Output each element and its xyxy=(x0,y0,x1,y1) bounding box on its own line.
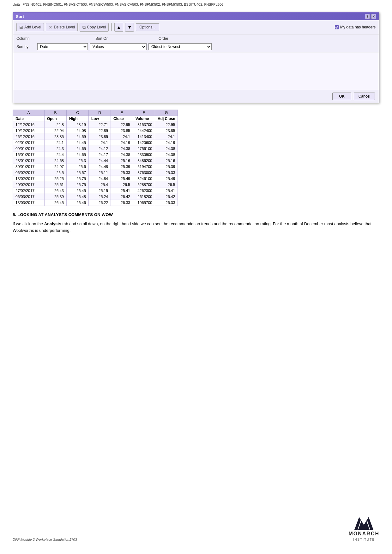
table-cell: 25.16 xyxy=(111,158,133,164)
move-up-button[interactable]: ▲ xyxy=(114,23,123,32)
table-cell: 24.3 xyxy=(45,146,67,152)
table-cell: 23.85 xyxy=(155,128,178,134)
table-cell: 25.33 xyxy=(155,170,178,176)
table-cell: 24.08 xyxy=(67,128,89,134)
delete-level-button[interactable]: ✕ Delete Level xyxy=(46,23,78,31)
table-cell: 24.97 xyxy=(45,164,67,170)
table-cell: 25.41 xyxy=(155,188,178,194)
order-select[interactable]: Oldest to Newest xyxy=(148,43,212,50)
table-cell: 3153700 xyxy=(133,122,155,128)
table-row: 30/01/201724.9725.624.4825.39519470025.3… xyxy=(13,164,178,170)
row-header-date: Date xyxy=(13,116,45,122)
table-cell: 26.43 xyxy=(45,188,67,194)
table-cell: 25.61 xyxy=(45,182,67,188)
col-header-a: A xyxy=(13,110,45,116)
column-header: Column xyxy=(16,36,95,41)
move-down-button[interactable]: ▼ xyxy=(125,23,134,32)
copy-level-button[interactable]: ⧉ Copy Level xyxy=(80,23,109,32)
row-header-high: High xyxy=(67,116,89,122)
table-cell: 26.5 xyxy=(155,182,178,188)
close-button[interactable]: ✕ xyxy=(371,14,376,19)
table-cell: 25.6 xyxy=(67,164,89,170)
help-button[interactable]: ? xyxy=(365,14,370,19)
spreadsheet-table: A B C D E F G Date Open High Low Close V… xyxy=(13,110,178,206)
table-cell: 26/12/2016 xyxy=(13,134,45,140)
table-cell: 26.33 xyxy=(111,200,133,206)
table-cell: 09/01/2017 xyxy=(13,146,45,152)
table-cell: 22.89 xyxy=(89,128,111,134)
section5-heading: 5. LOOKING AT ANALYSTS COMMENTS ON WOW xyxy=(13,212,379,217)
row-header-close: Close xyxy=(111,116,133,122)
table-cell: 2442400 xyxy=(133,128,155,134)
table-cell: 25.4 xyxy=(89,182,111,188)
table-cell: 25.24 xyxy=(89,194,111,200)
col-header-g: G xyxy=(155,110,178,116)
table-cell: 24.17 xyxy=(89,152,111,158)
options-button[interactable]: Options... xyxy=(136,23,159,31)
table-cell: 3486200 xyxy=(133,158,155,164)
table-cell: 24.65 xyxy=(67,146,89,152)
table-cell: 24.38 xyxy=(155,152,178,158)
table-cell: 24.48 xyxy=(89,164,111,170)
add-level-button[interactable]: ⊞ Add Level xyxy=(16,23,44,31)
sort-column-headers: Column Sort On Order xyxy=(13,34,379,41)
table-cell: 26.48 xyxy=(67,194,89,200)
table-cell: 25.39 xyxy=(155,164,178,170)
table-cell: 24.1 xyxy=(45,140,67,146)
table-cell: 24.38 xyxy=(155,146,178,152)
table-cell: 22.94 xyxy=(45,128,67,134)
options-label: Options... xyxy=(139,25,155,29)
table-cell: 1413400 xyxy=(133,134,155,140)
table-cell: 22.95 xyxy=(155,122,178,128)
table-cell: 25.16 xyxy=(155,158,178,164)
table-row: 16/01/201724.424.6524.1724.38233090024.3… xyxy=(13,152,178,158)
table-cell: 2330900 xyxy=(133,152,155,158)
table-cell: 22.8 xyxy=(45,122,67,128)
ok-button[interactable]: OK xyxy=(332,93,351,100)
my-data-headers-label: My data has headers xyxy=(340,25,376,29)
table-row: 19/12/201622.9424.0822.8923.85244240023.… xyxy=(13,128,178,134)
table-cell: 24.38 xyxy=(111,152,133,158)
table-cell: 13/02/2017 xyxy=(13,176,45,182)
body-text-after: tab and scroll down, on the right hand s… xyxy=(13,221,371,233)
table-row: 13/02/201725.2525.7524.8425.49324610025.… xyxy=(13,176,178,182)
my-data-headers-checkbox[interactable] xyxy=(335,25,339,29)
sort-dialog-title: Sort xyxy=(16,14,24,19)
sort-by-label: Sort by xyxy=(16,45,35,49)
sort-dialog-footer: OK Cancel xyxy=(13,90,379,103)
table-row: 12/12/201622.823.1922.7122.95315370022.9… xyxy=(13,122,178,128)
table-cell: 25.15 xyxy=(89,188,111,194)
table-row: 06/02/201725.525.5725.1125.33376300025.3… xyxy=(13,170,178,176)
units-bar: Units: FNSINC401, FNSINC501, FNSASICT503… xyxy=(0,0,392,9)
sort-dialog: Sort ? ✕ ⊞ Add Level ✕ Delete Level ⧉ Co… xyxy=(13,12,379,103)
table-cell: 22.71 xyxy=(89,122,111,128)
sort-dialog-toolbar: ⊞ Add Level ✕ Delete Level ⧉ Copy Level … xyxy=(13,20,379,34)
table-cell: 25.33 xyxy=(111,170,133,176)
table-cell: 5288700 xyxy=(133,182,155,188)
column-select[interactable]: Date xyxy=(37,43,88,50)
table-cell: 24.19 xyxy=(111,140,133,146)
table-cell: 24.12 xyxy=(89,146,111,152)
table-cell: 26.22 xyxy=(89,200,111,206)
row-header-low: Low xyxy=(89,116,111,122)
row-header-volume: Volume xyxy=(133,116,155,122)
table-cell: 4262300 xyxy=(133,188,155,194)
table-cell: 24.44 xyxy=(89,158,111,164)
table-row: 13/03/201726.4526.4626.2226.33196570026.… xyxy=(13,200,178,206)
table-cell: 26.46 xyxy=(67,200,89,206)
sort-dialog-overlay: Sort ? ✕ ⊞ Add Level ✕ Delete Level ⧉ Co… xyxy=(13,12,379,103)
cancel-button[interactable]: Cancel xyxy=(354,93,375,100)
table-row: 06/03/201725.3926.4825.2426.42261820026.… xyxy=(13,194,178,200)
col-header-f: F xyxy=(133,110,155,116)
sort-on-select[interactable]: Values xyxy=(90,43,147,50)
table-cell: 06/03/2017 xyxy=(13,194,45,200)
table-cell: 3763000 xyxy=(133,170,155,176)
order-header: Order xyxy=(159,36,376,41)
table-cell: 23.85 xyxy=(89,134,111,140)
table-cell: 24.84 xyxy=(89,176,111,182)
table-cell: 24.4 xyxy=(45,152,67,158)
row-headers-row: Date Open High Low Close Volume Adj Clos… xyxy=(13,116,178,122)
row-header-adjclose: Adj Close xyxy=(155,116,178,122)
sort-dialog-titlebar: Sort ? ✕ xyxy=(13,13,379,20)
table-cell: 26.5 xyxy=(111,182,133,188)
